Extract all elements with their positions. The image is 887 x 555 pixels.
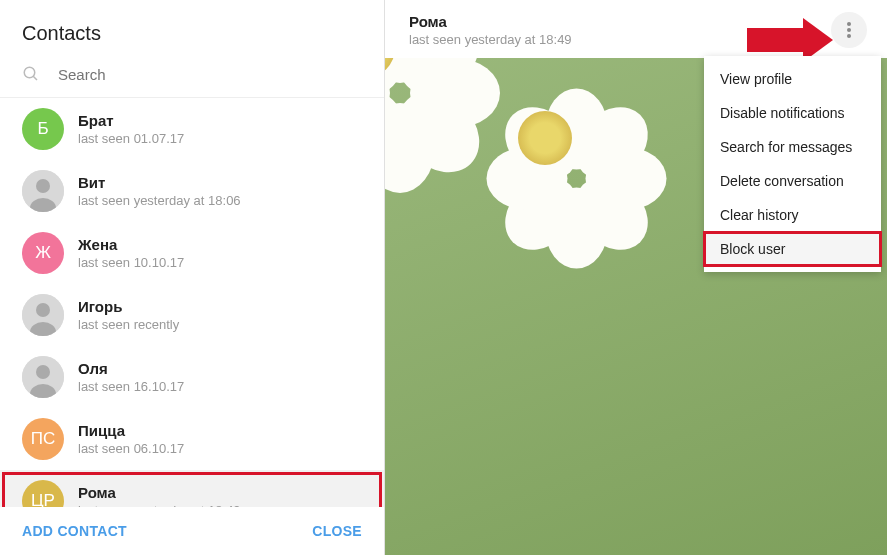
search-row[interactable] bbox=[0, 57, 384, 97]
contact-status: last seen recently bbox=[78, 317, 179, 332]
svg-line-1 bbox=[33, 76, 37, 80]
more-vertical-icon bbox=[847, 22, 851, 38]
avatar bbox=[22, 294, 64, 336]
avatar-placeholder-icon bbox=[22, 294, 64, 336]
contact-status: last seen 06.10.17 bbox=[78, 441, 184, 456]
chat-subtitle: last seen yesterday at 18:49 bbox=[409, 32, 572, 47]
avatar: Б bbox=[22, 108, 64, 150]
menu-item[interactable]: Clear history bbox=[704, 198, 881, 232]
add-contact-button[interactable]: ADD CONTACT bbox=[22, 523, 127, 539]
bottom-actions: ADD CONTACT CLOSE bbox=[0, 507, 384, 555]
menu-item[interactable]: View profile bbox=[704, 62, 881, 96]
contact-item[interactable]: Игорьlast seen recently bbox=[0, 284, 384, 346]
contact-item[interactable]: ЖЖенаlast seen 10.10.17 bbox=[0, 222, 384, 284]
close-button[interactable]: CLOSE bbox=[312, 523, 362, 539]
contact-name: Оля bbox=[78, 360, 184, 377]
contact-status: last seen 10.10.17 bbox=[78, 255, 184, 270]
search-icon bbox=[22, 65, 40, 83]
contact-item[interactable]: Витlast seen yesterday at 18:06 bbox=[0, 160, 384, 222]
chat-title: Рома bbox=[409, 13, 572, 30]
contact-status: last seen 16.10.17 bbox=[78, 379, 184, 394]
avatar: Ж bbox=[22, 232, 64, 274]
svg-point-13 bbox=[847, 34, 851, 38]
contact-status: last seen yesterday at 18:49 bbox=[78, 503, 241, 507]
contact-list: ББратlast seen 01.07.17Витlast seen yest… bbox=[0, 98, 384, 507]
avatar: ПС bbox=[22, 418, 64, 460]
contact-name: Брат bbox=[78, 112, 184, 129]
avatar bbox=[22, 356, 64, 398]
avatar bbox=[22, 170, 64, 212]
svg-point-11 bbox=[847, 22, 851, 26]
search-input[interactable] bbox=[58, 66, 362, 83]
menu-item[interactable]: Delete conversation bbox=[704, 164, 881, 198]
avatar: ЦР bbox=[22, 480, 64, 507]
contact-status: last seen 01.07.17 bbox=[78, 131, 184, 146]
contact-item[interactable]: ББратlast seen 01.07.17 bbox=[0, 98, 384, 160]
avatar-placeholder-icon bbox=[22, 170, 64, 212]
options-dropdown: View profileDisable notificationsSearch … bbox=[704, 56, 881, 272]
menu-item[interactable]: Search for messages bbox=[704, 130, 881, 164]
contacts-title: Contacts bbox=[0, 0, 384, 57]
menu-item[interactable]: Block user bbox=[704, 232, 881, 266]
avatar-placeholder-icon bbox=[22, 356, 64, 398]
svg-point-6 bbox=[36, 303, 50, 317]
more-options-button[interactable] bbox=[831, 12, 867, 48]
contact-name: Пицца bbox=[78, 422, 184, 439]
contact-name: Игорь bbox=[78, 298, 179, 315]
svg-point-3 bbox=[36, 179, 50, 193]
contact-status: last seen yesterday at 18:06 bbox=[78, 193, 241, 208]
contact-name: Жена bbox=[78, 236, 184, 253]
contacts-panel: Contacts ББратlast seen 01.07.17Витlast … bbox=[0, 0, 385, 555]
contact-item[interactable]: Оляlast seen 16.10.17 bbox=[0, 346, 384, 408]
svg-point-0 bbox=[24, 67, 35, 78]
menu-item[interactable]: Disable notifications bbox=[704, 96, 881, 130]
chat-panel: Рома last seen yesterday at 18:49 bbox=[385, 0, 887, 555]
contact-name: Рома bbox=[78, 484, 241, 501]
contact-name: Вит bbox=[78, 174, 241, 191]
contact-item[interactable]: ПСПиццаlast seen 06.10.17 bbox=[0, 408, 384, 470]
contact-item[interactable]: ЦРРомаlast seen yesterday at 18:49 bbox=[0, 470, 384, 507]
svg-point-12 bbox=[847, 28, 851, 32]
svg-point-9 bbox=[36, 365, 50, 379]
